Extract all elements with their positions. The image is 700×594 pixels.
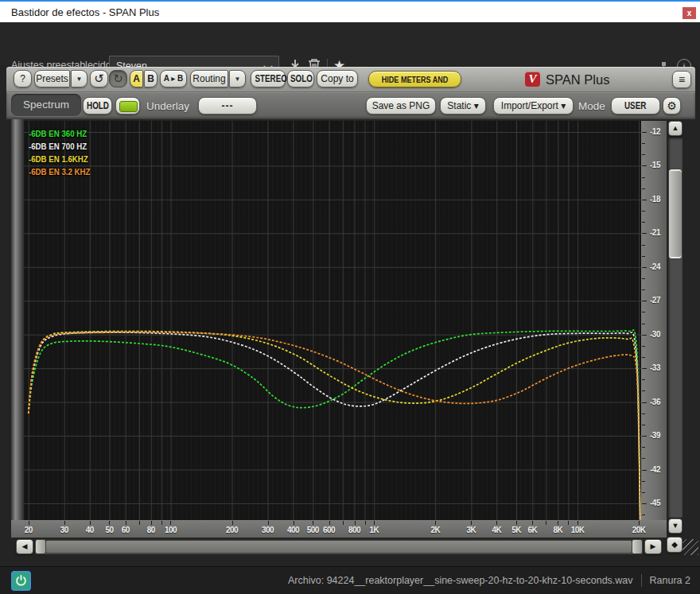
db-tick [642, 289, 645, 290]
freq-tick-label: 1K [369, 526, 379, 534]
freq-tick [639, 521, 640, 525]
close-button[interactable]: x [682, 7, 696, 19]
db-tick-label: -18 [650, 195, 660, 204]
freq-tick-label: 10K [571, 526, 585, 534]
freq-tick [109, 521, 110, 525]
freq-tick [532, 521, 533, 525]
freq-tick [355, 521, 356, 525]
window-titlebar: Bastidor de efectos - SPAN Plus x [0, 2, 700, 22]
freq-tick-label: 8K [553, 526, 562, 534]
hide-meters-button[interactable]: HIDE METERS AND STATS [368, 71, 461, 87]
db-tick [642, 245, 645, 246]
freeze-led-button[interactable] [115, 97, 140, 115]
db-tick [642, 503, 647, 504]
presets-dropdown-arrow[interactable]: ▼ [71, 70, 88, 87]
freq-tick-label: 6K [527, 526, 537, 534]
tab-spectrum[interactable]: Spectrum [11, 94, 81, 116]
freq-tick [126, 521, 126, 525]
save-as-png-button[interactable]: Save as PNG [366, 97, 436, 115]
db-tick [642, 346, 645, 347]
static-mode-button[interactable]: Static ▾ [440, 97, 486, 115]
freq-tick [365, 521, 366, 525]
db-tick [642, 267, 647, 268]
freq-tick [546, 521, 546, 525]
stereo-button[interactable]: STEREO [251, 70, 286, 87]
window-title: Bastidor de efectos - SPAN Plus [11, 6, 159, 18]
db-tick-label: -39 [650, 431, 660, 440]
resize-grip[interactable] [682, 539, 698, 555]
scroll-up-button[interactable]: ▲ [668, 121, 682, 136]
undo-button[interactable]: ↺ [90, 70, 108, 87]
db-tick [642, 357, 645, 358]
stereo-label: STEREO [255, 71, 286, 87]
db-tick [642, 312, 645, 313]
freq-tick [294, 521, 294, 525]
spectrum-legend: -6DB EN 360 HZ-6DB EN 700 HZ-6DB EN 1.6K… [29, 127, 99, 178]
freq-tick [374, 521, 375, 525]
underlay-label: Underlay [146, 100, 189, 112]
solo-button[interactable]: SOLO [287, 70, 314, 87]
routing-button[interactable]: Routing [190, 70, 228, 87]
power-toggle-button[interactable] [11, 571, 31, 591]
status-bar: Archivo: 94224__reaktorplayer__sine-swee… [0, 566, 700, 594]
freq-tick [471, 521, 472, 525]
a-to-b-copy-button[interactable]: A ▸ B [160, 70, 187, 87]
help-button[interactable]: ? [14, 70, 32, 87]
spectrum-plot[interactable]: -6DB EN 360 HZ-6DB EN 700 HZ-6DB EN 1.6K… [24, 121, 641, 520]
freq-tick [313, 521, 313, 525]
db-tick [642, 458, 645, 459]
mode-label: Mode [578, 100, 605, 112]
freq-tick-label: 200 [226, 526, 238, 534]
gear-icon[interactable]: ⚙ [663, 97, 681, 115]
loaded-file-label: Archivo: 94224__reaktorplayer__sine-swee… [288, 575, 633, 586]
freq-tick [329, 521, 330, 525]
freq-tick [29, 521, 29, 525]
scroll-down-button[interactable]: ▼ [668, 518, 682, 534]
zoom-reset-diamond-button[interactable]: ◆ [667, 537, 682, 553]
freq-tick [161, 521, 162, 525]
freq-tick-label: 100 [165, 526, 177, 534]
routing-dropdown-arrow[interactable]: ▼ [229, 70, 246, 87]
freq-tick-label: 30 [60, 526, 68, 534]
scroll-right-button[interactable]: ▶ [644, 539, 662, 554]
led-green-indicator [119, 101, 138, 112]
plugin-menu-button[interactable]: ≡ [672, 71, 691, 88]
spectrum-curve [29, 330, 640, 520]
db-tick [642, 132, 647, 133]
redo-button[interactable]: ↻ [109, 70, 127, 87]
voxengo-logo: V [525, 72, 540, 87]
db-tick [642, 256, 645, 257]
db-tick [642, 470, 647, 471]
h-scrollbar-range[interactable] [46, 541, 632, 553]
import-export-button[interactable]: Import/Export ▾ [493, 97, 574, 115]
freq-tick-label: 300 [262, 526, 274, 534]
freq-tick-label: 50 [105, 526, 113, 534]
underlay-select-button[interactable]: --- [198, 97, 257, 115]
presets-button[interactable]: Presets [34, 70, 70, 87]
preset-bar: Ajustes preestablecidos: Steven ★ i [0, 22, 700, 65]
ab-a-button[interactable]: A [130, 70, 143, 87]
scroll-left-button[interactable]: ◀ [16, 539, 33, 554]
hold-button[interactable]: HOLD [83, 97, 112, 115]
h-scrollbar-thumb-left[interactable] [35, 539, 46, 554]
freq-tick [64, 521, 65, 525]
mode-select-button[interactable]: USER [611, 97, 660, 115]
spectrum-curve [29, 332, 640, 520]
db-tick [642, 368, 647, 369]
freq-tick [435, 521, 436, 525]
ab-b-button[interactable]: B [144, 70, 158, 87]
legend-entry: -6DB EN 700 HZ [29, 140, 90, 153]
legend-entry: -6DB EN 3.2 KHZ [29, 165, 90, 178]
hold-label: HOLD [87, 98, 109, 114]
v-scrollbar-thumb[interactable] [668, 169, 682, 259]
db-tick-label: -45 [650, 499, 660, 507]
db-tick [642, 514, 645, 515]
legend-entry: -6DB EN 360 HZ [29, 127, 90, 140]
db-tick [642, 481, 645, 482]
h-scrollbar-thumb-right[interactable] [632, 539, 643, 554]
freq-tick-label: 3K [466, 526, 476, 534]
copy-to-button[interactable]: Copy to [317, 70, 358, 87]
db-tick [642, 211, 645, 212]
db-tick [642, 143, 645, 144]
solo-label: SOLO [290, 71, 313, 87]
